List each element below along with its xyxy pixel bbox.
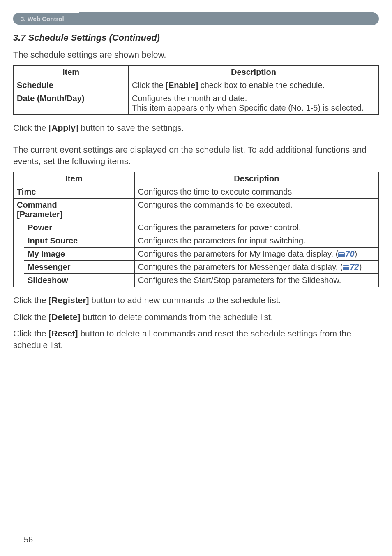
table-row: Schedule Click the [Enable] check box to…	[14, 79, 379, 92]
reset-text: Click the [Reset] button to delete all c…	[13, 328, 379, 351]
table-row: Slideshow Configures the Start/Stop para…	[14, 274, 379, 287]
indent-cell	[14, 221, 24, 287]
apply-text: Click the [Apply] button to save the set…	[13, 122, 379, 134]
intro-text-2: The current event settings are displayed…	[13, 144, 379, 167]
table-header-row: Item Description	[14, 66, 379, 79]
breadcrumb-bar: 3. Web Control	[13, 12, 379, 25]
column-header-description: Description	[129, 66, 379, 79]
table-row: Input Source Configures the parameters f…	[14, 234, 379, 248]
text-fragment: Click the	[13, 295, 48, 305]
bold-enable: [Enable]	[166, 81, 198, 90]
table-row: Time Configures the time to execute comm…	[14, 185, 379, 199]
table-row: Date (Month/Day) Configures the month an…	[14, 92, 379, 115]
text-line: [Parameter]	[17, 210, 131, 219]
text-fragment: button to save the settings.	[78, 123, 184, 132]
row-desc-messenger: Configures the parameters for Messenger …	[134, 261, 378, 274]
bold-reset: [Reset]	[48, 329, 78, 338]
register-text: Click the [Register] button to add new c…	[13, 294, 379, 306]
column-header-description: Description	[134, 172, 378, 185]
row-desc-date: Configures the month and date. This item…	[129, 92, 379, 115]
row-desc-input: Configures the parameters for input swit…	[134, 234, 378, 248]
table-row: Messenger Configures the parameters for …	[14, 261, 379, 274]
bold-apply: [Apply]	[48, 123, 78, 132]
table-row: Power Configures the parameters for powe…	[14, 221, 379, 234]
row-desc-myimage: Configures the parameters for My Image d…	[134, 248, 378, 261]
text-line: Command	[17, 200, 131, 210]
bold-delete: [Delete]	[48, 312, 80, 322]
row-label-input: Input Source	[24, 234, 135, 248]
column-header-item: Item	[14, 66, 129, 79]
bold-register: [Register]	[48, 295, 89, 305]
table-header-row: Item Description	[14, 172, 379, 185]
delete-text: Click the [Delete] button to delete comm…	[13, 311, 379, 323]
book-icon	[338, 252, 345, 257]
row-desc-time: Configures the time to execute commands.	[134, 185, 378, 199]
text-fragment: button to add new commands to the schedu…	[89, 295, 281, 305]
text-fragment: Configures the parameters for My Image d…	[138, 249, 339, 258]
row-desc-power: Configures the parameters for power cont…	[134, 221, 378, 234]
table-row: My Image Configures the parameters for M…	[14, 248, 379, 261]
row-desc-command: Configures the commands to be executed.	[134, 199, 378, 221]
text-fragment: Configures the parameters for Messenger …	[138, 262, 343, 271]
book-icon	[343, 265, 349, 270]
row-label-command: Command [Parameter]	[14, 199, 135, 221]
row-label-date: Date (Month/Day)	[14, 92, 129, 115]
section-title: 3.7 Schedule Settings (Continued)	[13, 32, 379, 43]
breadcrumb-tail	[79, 12, 379, 25]
text-fragment: Click the	[132, 81, 166, 90]
text-fragment: Click the	[13, 312, 48, 322]
page-number: 56	[24, 535, 33, 544]
intro-text-1: The schedule settings are shown below.	[13, 49, 379, 60]
breadcrumb: 3. Web Control	[13, 13, 79, 25]
text-line: Configures the month and date.	[132, 94, 375, 103]
row-desc-slideshow: Configures the Start/Stop parameters for…	[134, 274, 378, 287]
text-fragment: Click the	[13, 123, 48, 132]
row-label-power: Power	[24, 221, 135, 234]
page-content: 3.7 Schedule Settings (Continued) The sc…	[0, 32, 392, 351]
text-line: This item appears only when Specific dat…	[132, 103, 375, 113]
column-header-item: Item	[14, 172, 135, 185]
row-desc-schedule: Click the [Enable] check box to enable t…	[129, 79, 379, 92]
event-table: Item Description Time Configures the tim…	[13, 172, 379, 287]
row-label-messenger: Messenger	[24, 261, 135, 274]
text-fragment: Click the	[13, 329, 48, 338]
row-label-myimage: My Image	[24, 248, 135, 261]
row-label-slideshow: Slideshow	[24, 274, 135, 287]
schedule-table: Item Description Schedule Click the [Ena…	[13, 65, 379, 115]
text-fragment: button to delete commands from the sched…	[80, 312, 273, 322]
row-label-schedule: Schedule	[14, 79, 129, 92]
text-fragment: check box to enable the schedule.	[198, 81, 325, 90]
text-fragment: )	[355, 249, 357, 258]
page-ref: 72	[350, 262, 359, 271]
page-ref: 70	[345, 249, 354, 258]
text-fragment: )	[359, 262, 362, 271]
table-row: Command [Parameter] Configures the comma…	[14, 199, 379, 221]
row-label-time: Time	[14, 185, 135, 199]
